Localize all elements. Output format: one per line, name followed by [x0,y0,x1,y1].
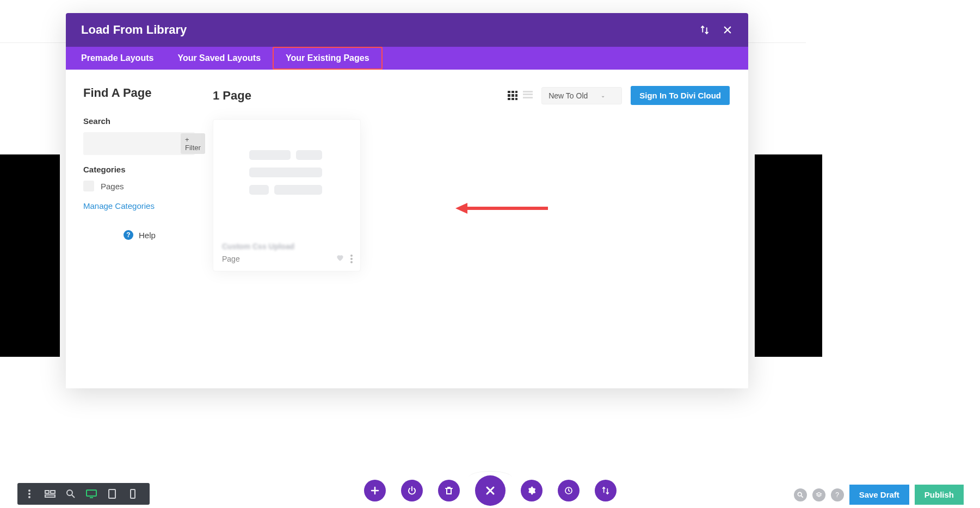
sort-select-label: New To Old [548,91,588,100]
sort-select[interactable]: New To Old ⌄ [541,87,622,104]
background-dark-left [0,154,60,357]
search-label: Search [83,116,206,126]
svg-point-4 [28,496,30,498]
bottom-right-toolbar: ? Save Draft Publish [794,485,964,505]
heart-icon[interactable] [335,253,345,264]
help-small-icon[interactable]: ? [831,488,844,501]
preview-block [249,150,291,160]
layers-small-icon[interactable] [812,488,825,501]
power-button[interactable] [401,480,423,501]
svg-marker-1 [455,203,467,214]
portability-button[interactable] [595,480,617,501]
help-label: Help [139,231,156,240]
page-count-title: 1 Page [213,89,251,103]
search-row: + Filter [83,132,195,155]
settings-button[interactable] [521,480,543,501]
help-row[interactable]: ? Help [83,230,206,240]
library-modal: Load From Library Premade Layouts Your S… [66,13,748,388]
modal-title: Load From Library [81,23,187,37]
search-small-icon[interactable] [794,488,807,501]
close-builder-button[interactable] [475,475,506,506]
trash-button[interactable] [438,480,460,501]
annotation-arrow [455,202,548,214]
modal-sidebar: Find A Page Search + Filter Categories P… [66,70,213,388]
category-name: Pages [101,182,124,191]
svg-point-3 [28,493,30,495]
zoom-icon[interactable] [65,488,76,499]
svg-line-20 [801,495,803,497]
desktop-view-icon[interactable] [86,488,97,499]
svg-rect-13 [131,490,135,498]
publish-button[interactable]: Publish [915,485,964,505]
modal-main: 1 Page New To Old ⌄ Sign In To [213,70,748,388]
category-item-pages[interactable]: Pages [83,181,206,191]
preview-block [296,150,322,160]
modal-header: Load From Library [66,13,748,47]
svg-rect-12 [109,490,115,498]
wireframe-icon[interactable] [45,488,56,499]
filter-button[interactable]: + Filter [181,133,205,154]
add-button[interactable] [364,480,386,501]
svg-rect-6 [51,491,55,493]
page-card[interactable]: Custom Css Upload Page [213,119,361,271]
bottom-left-toolbar [17,483,150,505]
help-icon: ? [124,230,133,240]
tablet-view-icon[interactable] [107,488,118,499]
menu-dots-icon[interactable] [24,488,35,499]
tab-existing-pages[interactable]: Your Existing Pages [273,47,383,70]
preview-block [249,168,322,177]
svg-point-8 [67,490,72,495]
history-button[interactable] [558,480,580,501]
preview-block [249,185,269,195]
svg-line-9 [72,495,75,498]
tab-saved-layouts[interactable]: Your Saved Layouts [165,47,273,70]
portability-icon[interactable] [699,24,710,35]
preview-block [274,185,322,195]
more-options-icon[interactable] [350,255,353,263]
grid-view-icon[interactable] [508,91,517,101]
card-title: Custom Css Upload [222,242,353,251]
signin-divi-cloud-button[interactable]: Sign In To Divi Cloud [631,86,730,105]
category-checkbox[interactable] [83,181,94,191]
svg-rect-10 [87,490,96,496]
builder-bottom-bar: ? Save Draft Publish [0,478,980,508]
card-type-label: Page [222,255,240,263]
card-preview [213,150,360,195]
save-draft-button[interactable]: Save Draft [849,485,909,505]
svg-point-2 [28,490,30,492]
tab-premade-layouts[interactable]: Premade Layouts [69,47,165,70]
phone-view-icon[interactable] [127,488,138,499]
bottom-center-toolbar [364,475,617,506]
modal-tabs: Premade Layouts Your Saved Layouts Your … [66,47,748,70]
sidebar-title: Find A Page [83,86,206,100]
svg-rect-5 [45,491,49,493]
chevron-down-icon: ⌄ [601,92,605,98]
svg-rect-7 [45,495,55,497]
search-input[interactable] [83,135,180,152]
svg-point-19 [798,492,802,496]
close-icon[interactable] [722,24,733,35]
manage-categories-link[interactable]: Manage Categories [83,201,206,210]
list-view-icon[interactable] [523,91,533,101]
background-dark-right [755,154,822,357]
categories-label: Categories [83,165,206,174]
